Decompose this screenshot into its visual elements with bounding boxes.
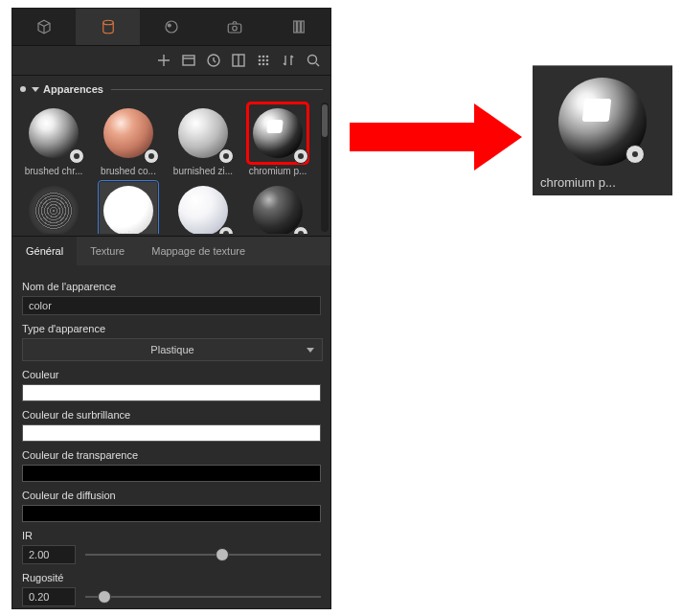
appearance-item[interactable] <box>242 182 313 234</box>
svg-rect-6 <box>298 21 301 33</box>
sphere-preview <box>178 186 228 234</box>
type-select[interactable]: Plastique <box>22 338 323 361</box>
svg-point-14 <box>259 59 261 62</box>
tab-texture[interactable]: Texture <box>77 237 138 265</box>
svg-point-15 <box>262 59 265 62</box>
color-swatch[interactable] <box>22 384 321 401</box>
appearance-item[interactable]: burnished zi... <box>168 104 239 176</box>
appearance-label: chromium p... <box>242 166 313 176</box>
appearances-header[interactable]: Apparences <box>12 76 330 99</box>
sphere-preview <box>253 186 303 234</box>
history-icon[interactable] <box>206 53 221 68</box>
alert-badge-icon <box>144 148 159 164</box>
appearance-item[interactable] <box>168 182 239 234</box>
appearances-title: Apparences <box>43 83 103 95</box>
bullet-icon <box>20 86 26 92</box>
ir-input[interactable] <box>22 545 76 564</box>
appearance-thumb[interactable] <box>174 104 232 162</box>
search-icon[interactable] <box>306 53 321 68</box>
tab-appearance[interactable] <box>76 9 139 45</box>
svg-rect-3 <box>229 24 242 33</box>
ir-slider[interactable] <box>85 546 321 563</box>
chevron-down-icon <box>32 87 39 92</box>
svg-point-16 <box>266 59 269 62</box>
svg-point-11 <box>259 56 261 58</box>
slider-knob[interactable] <box>98 590 111 604</box>
grid-scrollbar[interactable] <box>321 103 329 232</box>
svg-point-18 <box>262 63 265 66</box>
grid-icon[interactable] <box>256 53 271 68</box>
sphere-preview <box>29 186 79 234</box>
type-label: Type d'apparence <box>22 323 321 334</box>
callout-thumb <box>555 74 650 170</box>
svg-rect-7 <box>301 21 304 33</box>
appearance-item[interactable]: chromium p... <box>242 104 313 176</box>
alert-badge-icon <box>69 148 84 164</box>
arrow-icon <box>350 103 522 171</box>
callout-label: chromium p... <box>540 175 665 190</box>
category-tabs <box>12 9 330 46</box>
alert-badge-icon <box>293 148 308 164</box>
svg-point-19 <box>266 63 269 66</box>
svg-point-0 <box>102 20 113 25</box>
slider-knob[interactable] <box>216 548 229 561</box>
sort-icon[interactable] <box>281 53 296 68</box>
svg-marker-22 <box>474 103 522 171</box>
appearance-thumb[interactable] <box>25 104 82 162</box>
highlight-swatch[interactable] <box>22 424 321 442</box>
appearance-label: burnished zi... <box>168 166 239 176</box>
appearance-thumb[interactable] <box>249 182 307 234</box>
highlight-label: Couleur de surbrillance <box>22 409 321 421</box>
appearance-item[interactable]: brushed chr... <box>18 104 89 176</box>
appearance-thumb[interactable] <box>249 104 307 162</box>
svg-rect-21 <box>350 123 474 151</box>
property-tabs: Général Texture Mappage de texture <box>12 236 330 265</box>
tab-library[interactable] <box>267 9 330 45</box>
appearance-thumb[interactable] <box>100 182 157 234</box>
tab-texture-mapping[interactable]: Mappage de texture <box>138 237 259 265</box>
appearance-panel: Apparences brushed chr...brushed co...bu… <box>11 8 331 609</box>
transparency-swatch[interactable] <box>22 465 321 482</box>
appearance-callout: chromium p... <box>533 65 672 195</box>
name-input[interactable] <box>22 296 321 315</box>
plus-icon[interactable] <box>156 53 171 68</box>
appearance-thumb[interactable] <box>174 182 232 234</box>
appearance-label: brushed chr... <box>18 166 89 176</box>
property-form: Nom de l'apparence Type d'apparence Plas… <box>12 265 330 609</box>
roughness-slider[interactable] <box>85 588 321 605</box>
diffusion-label: Couleur de diffusion <box>22 490 321 501</box>
svg-rect-5 <box>294 21 297 33</box>
svg-point-12 <box>262 56 265 58</box>
appearance-thumb[interactable] <box>100 104 157 162</box>
appearance-toolbar <box>12 46 330 76</box>
appearance-item[interactable]: brushed co... <box>93 104 164 176</box>
type-select-value: Plastique <box>150 344 193 355</box>
alert-badge-icon <box>218 148 234 164</box>
appearance-item[interactable]: color <box>93 182 164 234</box>
appearance-thumb[interactable] <box>25 182 82 234</box>
alert-badge-icon <box>293 226 308 234</box>
name-label: Nom de l'apparence <box>22 281 321 292</box>
svg-point-17 <box>259 63 261 66</box>
roughness-input[interactable] <box>22 587 76 606</box>
tab-environment[interactable] <box>140 9 203 45</box>
split-icon[interactable] <box>231 53 246 68</box>
sphere-preview <box>103 186 153 234</box>
transparency-label: Couleur de transparence <box>22 449 321 461</box>
alert-badge-icon <box>218 226 234 234</box>
alert-badge-icon <box>625 145 645 164</box>
appearance-item[interactable] <box>18 182 89 234</box>
tab-cube[interactable] <box>12 9 76 45</box>
color-label: Couleur <box>22 369 321 380</box>
scrollbar-thumb[interactable] <box>322 104 328 137</box>
tab-camera[interactable] <box>203 9 266 45</box>
svg-point-4 <box>233 26 238 31</box>
tab-general[interactable]: Général <box>12 237 77 265</box>
diffusion-swatch[interactable] <box>22 505 321 522</box>
recent-icon[interactable] <box>181 53 196 68</box>
appearance-label: brushed co... <box>93 166 164 176</box>
chevron-down-icon <box>307 348 314 353</box>
svg-point-1 <box>166 21 177 33</box>
svg-point-13 <box>266 56 269 58</box>
roughness-label: Rugosité <box>22 572 321 583</box>
